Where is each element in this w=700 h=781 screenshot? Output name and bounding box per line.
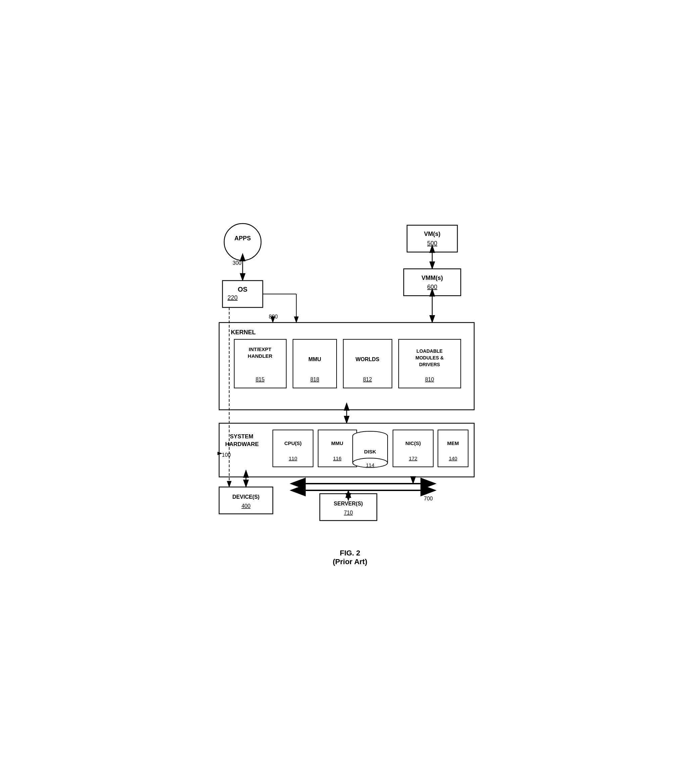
system-hw-label2: HARDWARE [225, 441, 259, 447]
system-hw-label1: SYSTEM [230, 433, 253, 440]
mmu-hw-label: MMU [331, 441, 343, 446]
diagram-svg: APPS 300 OS 220 VM(s) 500 VMM(s) 600 KER… [199, 215, 501, 535]
loadable-label2: MODULES & [415, 355, 443, 360]
device-ref: 400 [242, 503, 251, 509]
cpu-ref: 110 [288, 456, 297, 461]
svg-rect-27 [438, 430, 468, 467]
kernel-ref: 800 [269, 314, 278, 319]
nic-label: NIC(S) [405, 441, 421, 446]
svg-rect-26 [393, 430, 433, 467]
mmu-kernel-ref: 818 [310, 377, 320, 382]
svg-point-0 [224, 224, 261, 260]
loadable-label1: LOADABLE [417, 349, 443, 354]
os-ref: 220 [228, 294, 238, 301]
kernel-label: KERNEL [231, 329, 256, 335]
apps-label: APPS [234, 235, 251, 242]
svg-rect-20 [318, 430, 357, 467]
vms-ref: 500 [427, 240, 437, 247]
disk-ref: 114 [366, 462, 374, 468]
svg-rect-2 [222, 280, 263, 307]
vmm-ref: 600 [427, 284, 437, 290]
nic-ref: 172 [409, 456, 417, 461]
fig-label: FIG. 2 [199, 549, 501, 557]
mem-label: MEM [447, 441, 459, 446]
int-expt-label: INT/EXPT [249, 346, 272, 352]
network-ref: 700 [424, 496, 433, 501]
svg-rect-3 [407, 225, 457, 252]
diagram-container: APPS 300 OS 220 VM(s) 500 VMM(s) 600 KER… [199, 215, 501, 566]
apps-ref: 300 [233, 260, 242, 266]
svg-rect-19 [273, 430, 313, 467]
int-expt-label2: HANDLER [248, 353, 272, 359]
worlds-label: WORLDS [355, 356, 379, 362]
int-expt-ref: 815 [256, 377, 265, 382]
vms-label: VM(s) [424, 230, 441, 237]
svg-rect-31 [320, 494, 377, 521]
server-label: SERVER(S) [334, 501, 363, 506]
disk-label: DISK [364, 449, 376, 454]
svg-rect-5 [404, 269, 461, 296]
mem-ref: 140 [449, 456, 457, 461]
server-ref: 710 [344, 510, 353, 516]
worlds-ref: 812 [363, 377, 372, 382]
mmu-kernel-label: MMU [308, 356, 321, 362]
mmu-hw-ref: 116 [333, 456, 341, 461]
cpu-label: CPU(S) [284, 441, 302, 446]
device-label: DEVICE(S) [233, 494, 260, 500]
fig-caption: FIG. 2 (Prior Art) [199, 549, 501, 566]
vmm-label: VMM(s) [422, 275, 443, 281]
os-label: OS [238, 285, 248, 293]
prior-art-label: (Prior Art) [199, 557, 501, 566]
svg-rect-29 [219, 487, 273, 514]
loadable-ref: 810 [425, 377, 434, 382]
loadable-label3: DRIVERS [419, 362, 440, 367]
